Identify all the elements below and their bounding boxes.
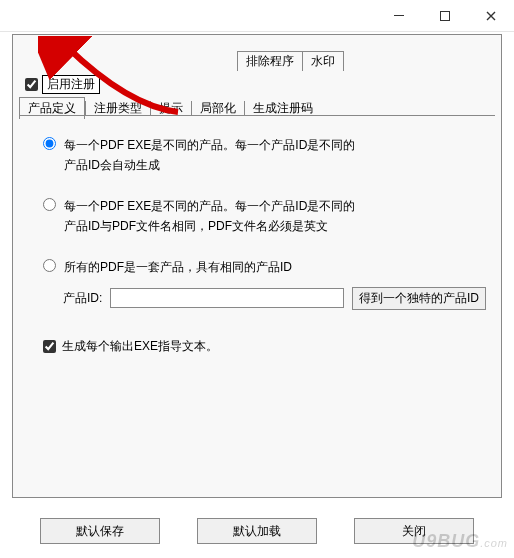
main-panel: 排除程序 水印 启用注册 产品定义 注册类型 提示 局部化 生成注册码 每一个P… bbox=[12, 34, 502, 498]
get-unique-id-button[interactable]: 得到一个独特的产品ID bbox=[352, 287, 486, 310]
option-1-text: 每一个PDF EXE是不同的产品。每一个产品ID是不同的 产品ID会自动生成 bbox=[64, 135, 355, 176]
product-id-label: 产品ID: bbox=[63, 290, 102, 307]
watermark: U9BUG.com bbox=[412, 531, 508, 552]
minimize-button[interactable] bbox=[376, 0, 422, 32]
option-2-text: 每一个PDF EXE是不同的产品。每一个产品ID是不同的 产品ID与PDF文件名… bbox=[64, 196, 355, 237]
sub-tab-underline bbox=[19, 115, 495, 116]
product-id-row: 产品ID: 得到一个独特的产品ID bbox=[63, 287, 486, 310]
product-id-input[interactable] bbox=[110, 288, 344, 308]
tab-watermark[interactable]: 水印 bbox=[302, 51, 344, 71]
option-3-radio[interactable] bbox=[43, 259, 56, 272]
enable-registration-checkbox[interactable] bbox=[25, 78, 38, 91]
watermark-suffix: .com bbox=[480, 537, 508, 549]
option-1-group: 每一个PDF EXE是不同的产品。每一个产品ID是不同的 产品ID会自动生成 bbox=[43, 135, 486, 176]
option-2-line1: 每一个PDF EXE是不同的产品。每一个产品ID是不同的 bbox=[64, 196, 355, 216]
option-1-line2: 产品ID会自动生成 bbox=[64, 155, 355, 175]
default-load-button[interactable]: 默认加载 bbox=[197, 518, 317, 544]
option-2-line2: 产品ID与PDF文件名相同，PDF文件名必须是英文 bbox=[64, 216, 355, 236]
option-3-text: 所有的PDF是一套产品，具有相同的产品ID bbox=[64, 257, 292, 277]
close-window-button[interactable] bbox=[468, 0, 514, 32]
generate-guide-checkbox[interactable] bbox=[43, 340, 56, 353]
generate-guide-label: 生成每个输出EXE指导文本。 bbox=[62, 338, 218, 355]
option-2-radio[interactable] bbox=[43, 198, 56, 211]
maximize-button[interactable] bbox=[422, 0, 468, 32]
bottom-button-row: 默认保存 默认加载 关闭 bbox=[40, 518, 474, 544]
option-1-line1: 每一个PDF EXE是不同的产品。每一个产品ID是不同的 bbox=[64, 135, 355, 155]
close-icon bbox=[486, 11, 496, 21]
default-save-button[interactable]: 默认保存 bbox=[40, 518, 160, 544]
top-tab-row: 排除程序 水印 bbox=[238, 51, 344, 71]
enable-registration-label: 启用注册 bbox=[42, 75, 100, 94]
enable-registration-row: 启用注册 bbox=[25, 75, 100, 94]
watermark-text: U9BUG bbox=[412, 531, 480, 551]
option-1-radio[interactable] bbox=[43, 137, 56, 150]
product-definition-panel: 每一个PDF EXE是不同的产品。每一个产品ID是不同的 产品ID会自动生成 每… bbox=[43, 135, 486, 355]
generate-guide-row: 生成每个输出EXE指导文本。 bbox=[43, 338, 486, 355]
option-2-group: 每一个PDF EXE是不同的产品。每一个产品ID是不同的 产品ID与PDF文件名… bbox=[43, 196, 486, 237]
window-titlebar bbox=[0, 0, 514, 32]
option-3-line1: 所有的PDF是一套产品，具有相同的产品ID bbox=[64, 257, 292, 277]
option-3-group: 所有的PDF是一套产品，具有相同的产品ID 产品ID: 得到一个独特的产品ID bbox=[43, 257, 486, 310]
tab-exclude-program[interactable]: 排除程序 bbox=[237, 51, 303, 71]
